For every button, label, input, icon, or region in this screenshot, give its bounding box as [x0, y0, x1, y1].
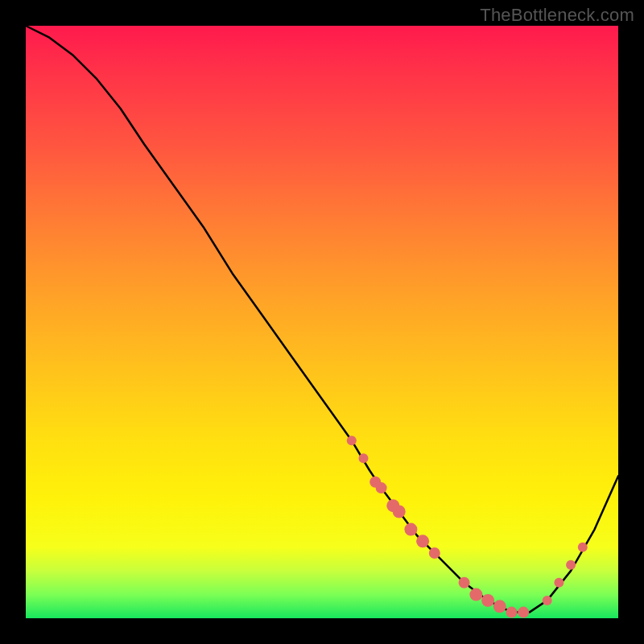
marker-dot: [493, 600, 506, 613]
marker-dot: [459, 577, 470, 588]
highlight-markers: [347, 436, 588, 617]
marker-dot: [578, 543, 588, 552]
marker-dot: [416, 535, 429, 547]
marker-dot: [506, 607, 518, 618]
marker-dot: [566, 560, 576, 570]
marker-dot: [429, 547, 440, 559]
curve-layer: [26, 26, 618, 618]
marker-dot: [554, 578, 564, 588]
marker-dot: [481, 594, 494, 607]
chart-stage: TheBottleneck.com: [0, 0, 644, 644]
marker-dot: [393, 506, 406, 518]
marker-dot: [518, 607, 529, 618]
marker-dot: [347, 436, 357, 445]
watermark-text: TheBottleneck.com: [480, 5, 634, 26]
marker-dot: [543, 596, 552, 605]
plot-gradient-area: [26, 26, 618, 618]
marker-dot: [359, 453, 369, 463]
bottleneck-curve: [26, 26, 618, 613]
marker-dot: [469, 588, 482, 601]
marker-dot: [376, 482, 387, 493]
marker-dot: [404, 523, 417, 536]
